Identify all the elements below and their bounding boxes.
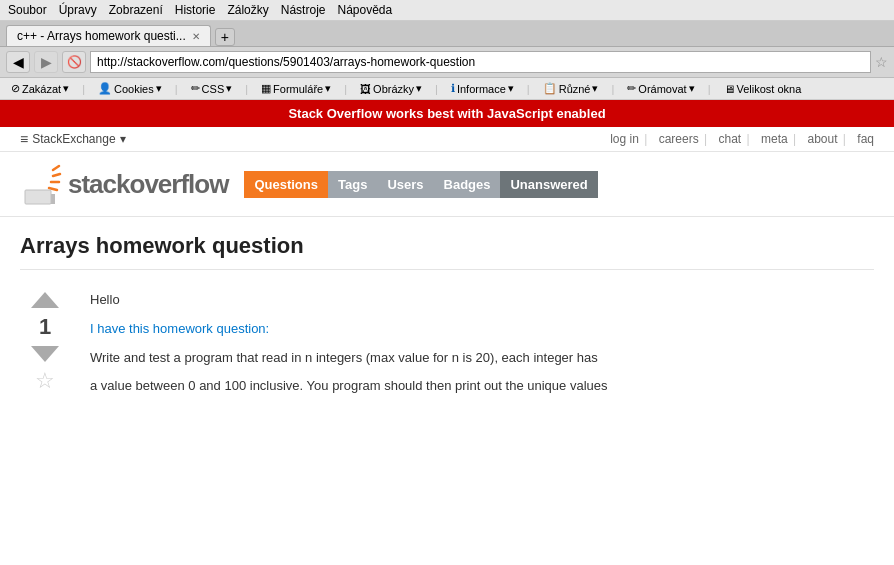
cookies-label: Cookies bbox=[114, 83, 154, 95]
nav-tags-button[interactable]: Tags bbox=[328, 171, 377, 198]
so-header-top: ≡ StackExchange ▾ log in | careers | cha… bbox=[0, 127, 894, 152]
question-body-line1-link[interactable]: I have this homework question: bbox=[90, 321, 269, 336]
header-meta-link[interactable]: meta bbox=[761, 132, 788, 146]
so-logo[interactable]: stackoverflow bbox=[20, 160, 228, 208]
question-body: 1 ☆ Hello I have this homework question:… bbox=[20, 270, 874, 425]
header-chat-link[interactable]: chat bbox=[718, 132, 741, 146]
oramovat-label: Orámovat bbox=[638, 83, 686, 95]
question-body-line3: a value between 0 and 100 inclusive. You… bbox=[90, 376, 874, 397]
hamburger-icon: ≡ bbox=[20, 131, 28, 147]
velikost-icon: 🖥 bbox=[724, 83, 735, 95]
css-label: CSS bbox=[202, 83, 225, 95]
addon-velikost[interactable]: 🖥 Velikost okna bbox=[719, 81, 807, 97]
question-text: Hello I have this homework question: Wri… bbox=[90, 290, 874, 405]
menu-soubor[interactable]: Soubor bbox=[8, 3, 47, 17]
addon-cookies[interactable]: 👤 Cookies ▾ bbox=[93, 80, 167, 97]
notification-text: Stack Overflow works best with JavaScrip… bbox=[288, 106, 605, 121]
menu-napoveda[interactable]: Nápověda bbox=[337, 3, 392, 17]
sep5: | bbox=[435, 83, 438, 95]
header-faq-link[interactable]: faq bbox=[857, 132, 874, 146]
vote-count: 1 bbox=[39, 314, 51, 340]
exchange-chevron-icon: ▾ bbox=[120, 132, 126, 146]
nav-questions-button[interactable]: Questions bbox=[244, 171, 328, 198]
addon-toolbar: ⊘ Zakázat ▾ | 👤 Cookies ▾ | ✏ CSS ▾ | ▦ … bbox=[0, 78, 894, 100]
nav-users-button[interactable]: Users bbox=[377, 171, 433, 198]
so-nav: stackoverflow Questions Tags Users Badge… bbox=[0, 152, 894, 217]
menu-zobrazeni[interactable]: Zobrazení bbox=[109, 3, 163, 17]
question-body-line1: I have this homework question: bbox=[90, 319, 874, 340]
addon-obrazky[interactable]: 🖼 Obrázky ▾ bbox=[355, 80, 427, 97]
question-greeting: Hello bbox=[90, 290, 874, 311]
tab-title: c++ - Arrays homework questi... bbox=[17, 29, 186, 43]
header-careers-link[interactable]: careers bbox=[659, 132, 699, 146]
bookmark-star[interactable]: ☆ bbox=[875, 54, 888, 70]
ruzne-label: Různé bbox=[559, 83, 591, 95]
menu-zalozky[interactable]: Záložky bbox=[227, 3, 268, 17]
back-button[interactable]: ◀ bbox=[6, 51, 30, 73]
forward-button[interactable]: ▶ bbox=[34, 51, 58, 73]
oramovat-icon: ✏ bbox=[627, 82, 636, 95]
sep8: | bbox=[708, 83, 711, 95]
so-logo-text: stackoverflow bbox=[68, 169, 228, 200]
ruzne-arrow: ▾ bbox=[592, 82, 598, 95]
vote-up-button[interactable] bbox=[31, 292, 59, 308]
url-bar[interactable] bbox=[90, 51, 871, 73]
addon-ruzne[interactable]: 📋 Různé ▾ bbox=[538, 80, 604, 97]
header-login-link[interactable]: log in bbox=[610, 132, 639, 146]
sep-login: | bbox=[644, 132, 647, 146]
sep-careers: | bbox=[704, 132, 707, 146]
tab-close-button[interactable]: ✕ bbox=[192, 31, 200, 42]
sep3: | bbox=[245, 83, 248, 95]
formulare-icon: ▦ bbox=[261, 82, 271, 95]
addon-informace[interactable]: ℹ Informace ▾ bbox=[446, 80, 519, 97]
menu-nastroje[interactable]: Nástroje bbox=[281, 3, 326, 17]
addon-zakazat[interactable]: ⊘ Zakázat ▾ bbox=[6, 80, 74, 97]
svg-line-6 bbox=[53, 174, 60, 176]
favorite-button[interactable]: ☆ bbox=[35, 368, 55, 394]
sep-chat: | bbox=[747, 132, 750, 146]
sep2: | bbox=[175, 83, 178, 95]
so-header-links: log in | careers | chat | meta | about |… bbox=[604, 132, 874, 146]
css-arrow: ▾ bbox=[226, 82, 232, 95]
sep-about: | bbox=[843, 132, 846, 146]
browser-tab-bar: c++ - Arrays homework questi... ✕ + bbox=[0, 21, 894, 47]
question-body-line2: Write and test a program that read in n … bbox=[90, 348, 874, 369]
ruzne-icon: 📋 bbox=[543, 82, 557, 95]
svg-line-5 bbox=[53, 166, 59, 170]
sep4: | bbox=[344, 83, 347, 95]
oramovat-arrow: ▾ bbox=[689, 82, 695, 95]
menu-historie[interactable]: Historie bbox=[175, 3, 216, 17]
new-tab-button[interactable]: + bbox=[215, 28, 235, 46]
so-content: Arrays homework question 1 ☆ Hello I hav… bbox=[0, 217, 894, 425]
sep7: | bbox=[611, 83, 614, 95]
vote-down-button[interactable] bbox=[31, 346, 59, 362]
vote-section: 1 ☆ bbox=[20, 290, 70, 405]
addon-formulare[interactable]: ▦ Formuláře ▾ bbox=[256, 80, 336, 97]
browser-menubar: Soubor Úpravy Zobrazení Historie Záložky… bbox=[0, 0, 894, 21]
question-title: Arrays homework question bbox=[20, 217, 874, 270]
browser-tab[interactable]: c++ - Arrays homework questi... ✕ bbox=[6, 25, 211, 46]
css-icon: ✏ bbox=[191, 82, 200, 95]
informace-icon: ℹ bbox=[451, 82, 455, 95]
svg-rect-9 bbox=[25, 190, 51, 204]
obrazky-label: Obrázky bbox=[373, 83, 414, 95]
zakazat-arrow: ▾ bbox=[63, 82, 69, 95]
cookies-arrow: ▾ bbox=[156, 82, 162, 95]
notification-bar: Stack Overflow works best with JavaScrip… bbox=[0, 100, 894, 127]
zakazat-label: Zakázat bbox=[22, 83, 61, 95]
stackexchange-dropdown[interactable]: ≡ StackExchange ▾ bbox=[20, 131, 126, 147]
zakazat-icon: ⊘ bbox=[11, 82, 20, 95]
sep-meta: | bbox=[793, 132, 796, 146]
nav-unanswered-button[interactable]: Unanswered bbox=[500, 171, 597, 198]
menu-upravy[interactable]: Úpravy bbox=[59, 3, 97, 17]
header-about-link[interactable]: about bbox=[807, 132, 837, 146]
nav-badges-button[interactable]: Badges bbox=[434, 171, 501, 198]
browser-toolbar: ◀ ▶ 🚫 ☆ bbox=[0, 47, 894, 78]
addon-css[interactable]: ✏ CSS ▾ bbox=[186, 80, 238, 97]
sep6: | bbox=[527, 83, 530, 95]
stackexchange-label: StackExchange bbox=[32, 132, 115, 146]
obrazky-icon: 🖼 bbox=[360, 83, 371, 95]
stop-button[interactable]: 🚫 bbox=[62, 51, 86, 73]
addon-oramovat[interactable]: ✏ Orámovat ▾ bbox=[622, 80, 699, 97]
velikost-label: Velikost okna bbox=[737, 83, 802, 95]
